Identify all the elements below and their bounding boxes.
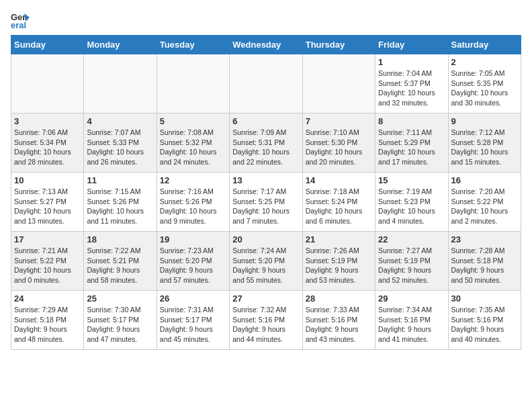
day-number: 7 <box>306 116 372 126</box>
logo-icon: Gen eral <box>11 11 30 30</box>
calendar-cell: 19Sunrise: 7:23 AM Sunset: 5:20 PM Dayli… <box>157 232 229 291</box>
day-info: Sunrise: 7:22 AM Sunset: 5:21 PM Dayligh… <box>87 246 153 285</box>
calendar-cell: 9Sunrise: 7:12 AM Sunset: 5:28 PM Daylig… <box>448 113 521 173</box>
day-info: Sunrise: 7:18 AM Sunset: 5:24 PM Dayligh… <box>306 187 372 226</box>
day-info: Sunrise: 7:29 AM Sunset: 5:18 PM Dayligh… <box>14 305 81 345</box>
day-info: Sunrise: 7:06 AM Sunset: 5:34 PM Dayligh… <box>14 128 81 167</box>
day-number: 6 <box>232 116 299 126</box>
calendar-cell <box>230 54 302 113</box>
day-number: 9 <box>451 116 518 126</box>
calendar-cell: 24Sunrise: 7:29 AM Sunset: 5:18 PM Dayli… <box>11 291 84 350</box>
calendar-cell: 28Sunrise: 7:33 AM Sunset: 5:16 PM Dayli… <box>302 291 375 350</box>
day-number: 10 <box>14 175 81 185</box>
calendar-cell: 8Sunrise: 7:11 AM Sunset: 5:29 PM Daylig… <box>375 113 448 173</box>
weekday-header-row: SundayMondayTuesdayWednesdayThursdayFrid… <box>11 36 521 54</box>
calendar-cell: 2Sunrise: 7:05 AM Sunset: 5:35 PM Daylig… <box>448 54 521 113</box>
day-info: Sunrise: 7:31 AM Sunset: 5:17 PM Dayligh… <box>160 305 226 345</box>
calendar-cell: 20Sunrise: 7:24 AM Sunset: 5:20 PM Dayli… <box>230 232 302 291</box>
calendar-cell <box>11 54 84 113</box>
day-number: 20 <box>232 234 299 244</box>
day-number: 25 <box>87 293 153 304</box>
calendar-cell: 15Sunrise: 7:19 AM Sunset: 5:23 PM Dayli… <box>375 173 448 232</box>
day-info: Sunrise: 7:30 AM Sunset: 5:17 PM Dayligh… <box>87 305 153 345</box>
calendar-cell: 18Sunrise: 7:22 AM Sunset: 5:21 PM Dayli… <box>84 232 157 291</box>
day-info: Sunrise: 7:17 AM Sunset: 5:25 PM Dayligh… <box>232 187 299 226</box>
day-info: Sunrise: 7:24 AM Sunset: 5:20 PM Dayligh… <box>232 246 299 285</box>
week-row-3: 10Sunrise: 7:13 AM Sunset: 5:27 PM Dayli… <box>11 173 521 232</box>
logo: Gen eral <box>11 11 32 30</box>
day-number: 14 <box>306 175 372 185</box>
calendar-cell: 10Sunrise: 7:13 AM Sunset: 5:27 PM Dayli… <box>11 173 84 232</box>
day-number: 22 <box>378 234 445 244</box>
calendar-cell: 27Sunrise: 7:32 AM Sunset: 5:16 PM Dayli… <box>230 291 302 350</box>
week-row-1: 1Sunrise: 7:04 AM Sunset: 5:37 PM Daylig… <box>11 54 521 113</box>
weekday-header-friday: Friday <box>375 36 448 54</box>
day-number: 16 <box>451 175 518 185</box>
day-number: 8 <box>378 116 445 126</box>
calendar-cell: 6Sunrise: 7:09 AM Sunset: 5:31 PM Daylig… <box>230 113 302 173</box>
calendar-cell <box>84 54 157 113</box>
day-info: Sunrise: 7:34 AM Sunset: 5:16 PM Dayligh… <box>378 305 445 345</box>
day-number: 11 <box>87 175 153 185</box>
day-number: 27 <box>232 293 299 304</box>
calendar-cell: 12Sunrise: 7:16 AM Sunset: 5:26 PM Dayli… <box>157 173 229 232</box>
day-number: 3 <box>14 116 81 126</box>
calendar-cell <box>157 54 229 113</box>
calendar-cell: 3Sunrise: 7:06 AM Sunset: 5:34 PM Daylig… <box>11 113 84 173</box>
page-header: Gen eral <box>11 11 521 30</box>
calendar-table: SundayMondayTuesdayWednesdayThursdayFrid… <box>11 35 521 350</box>
day-number: 30 <box>451 293 518 304</box>
week-row-5: 24Sunrise: 7:29 AM Sunset: 5:18 PM Dayli… <box>11 291 521 350</box>
calendar-cell: 5Sunrise: 7:08 AM Sunset: 5:32 PM Daylig… <box>157 113 229 173</box>
calendar-cell: 14Sunrise: 7:18 AM Sunset: 5:24 PM Dayli… <box>302 173 375 232</box>
weekday-header-thursday: Thursday <box>302 36 375 54</box>
weekday-header-wednesday: Wednesday <box>230 36 302 54</box>
calendar-cell <box>302 54 375 113</box>
day-info: Sunrise: 7:10 AM Sunset: 5:30 PM Dayligh… <box>306 128 372 167</box>
day-info: Sunrise: 7:16 AM Sunset: 5:26 PM Dayligh… <box>160 187 226 226</box>
weekday-header-sunday: Sunday <box>11 36 84 54</box>
day-info: Sunrise: 7:33 AM Sunset: 5:16 PM Dayligh… <box>306 305 372 345</box>
calendar-cell: 11Sunrise: 7:15 AM Sunset: 5:26 PM Dayli… <box>84 173 157 232</box>
calendar-cell: 7Sunrise: 7:10 AM Sunset: 5:30 PM Daylig… <box>302 113 375 173</box>
day-number: 29 <box>378 293 445 304</box>
day-info: Sunrise: 7:26 AM Sunset: 5:19 PM Dayligh… <box>306 246 372 285</box>
day-info: Sunrise: 7:12 AM Sunset: 5:28 PM Dayligh… <box>451 128 518 167</box>
calendar-cell: 17Sunrise: 7:21 AM Sunset: 5:22 PM Dayli… <box>11 232 84 291</box>
day-number: 15 <box>378 175 445 185</box>
calendar-cell: 21Sunrise: 7:26 AM Sunset: 5:19 PM Dayli… <box>302 232 375 291</box>
calendar-cell: 4Sunrise: 7:07 AM Sunset: 5:33 PM Daylig… <box>84 113 157 173</box>
day-number: 26 <box>160 293 226 304</box>
day-number: 1 <box>378 57 445 67</box>
weekday-header-monday: Monday <box>84 36 157 54</box>
day-number: 19 <box>160 234 226 244</box>
day-number: 23 <box>451 234 518 244</box>
day-number: 13 <box>232 175 299 185</box>
day-info: Sunrise: 7:15 AM Sunset: 5:26 PM Dayligh… <box>87 187 153 226</box>
day-info: Sunrise: 7:07 AM Sunset: 5:33 PM Dayligh… <box>87 128 153 167</box>
day-number: 28 <box>306 293 372 304</box>
calendar-cell: 22Sunrise: 7:27 AM Sunset: 5:19 PM Dayli… <box>375 232 448 291</box>
day-info: Sunrise: 7:23 AM Sunset: 5:20 PM Dayligh… <box>160 246 226 285</box>
day-info: Sunrise: 7:04 AM Sunset: 5:37 PM Dayligh… <box>378 68 445 108</box>
day-info: Sunrise: 7:19 AM Sunset: 5:23 PM Dayligh… <box>378 187 445 226</box>
day-info: Sunrise: 7:09 AM Sunset: 5:31 PM Dayligh… <box>232 128 299 167</box>
calendar-cell: 13Sunrise: 7:17 AM Sunset: 5:25 PM Dayli… <box>230 173 302 232</box>
day-info: Sunrise: 7:20 AM Sunset: 5:22 PM Dayligh… <box>451 187 518 226</box>
svg-text:eral: eral <box>11 20 26 30</box>
calendar-cell: 16Sunrise: 7:20 AM Sunset: 5:22 PM Dayli… <box>448 173 521 232</box>
day-number: 4 <box>87 116 153 126</box>
day-number: 12 <box>160 175 226 185</box>
day-info: Sunrise: 7:21 AM Sunset: 5:22 PM Dayligh… <box>14 246 81 285</box>
day-info: Sunrise: 7:13 AM Sunset: 5:27 PM Dayligh… <box>14 187 81 226</box>
weekday-header-saturday: Saturday <box>448 36 521 54</box>
day-info: Sunrise: 7:27 AM Sunset: 5:19 PM Dayligh… <box>378 246 445 285</box>
day-info: Sunrise: 7:05 AM Sunset: 5:35 PM Dayligh… <box>451 68 518 108</box>
day-number: 5 <box>160 116 226 126</box>
calendar-cell: 1Sunrise: 7:04 AM Sunset: 5:37 PM Daylig… <box>375 54 448 113</box>
calendar-cell: 26Sunrise: 7:31 AM Sunset: 5:17 PM Dayli… <box>157 291 229 350</box>
calendar-cell: 30Sunrise: 7:35 AM Sunset: 5:16 PM Dayli… <box>448 291 521 350</box>
day-number: 2 <box>451 57 518 67</box>
day-number: 17 <box>14 234 81 244</box>
day-info: Sunrise: 7:11 AM Sunset: 5:29 PM Dayligh… <box>378 128 445 167</box>
